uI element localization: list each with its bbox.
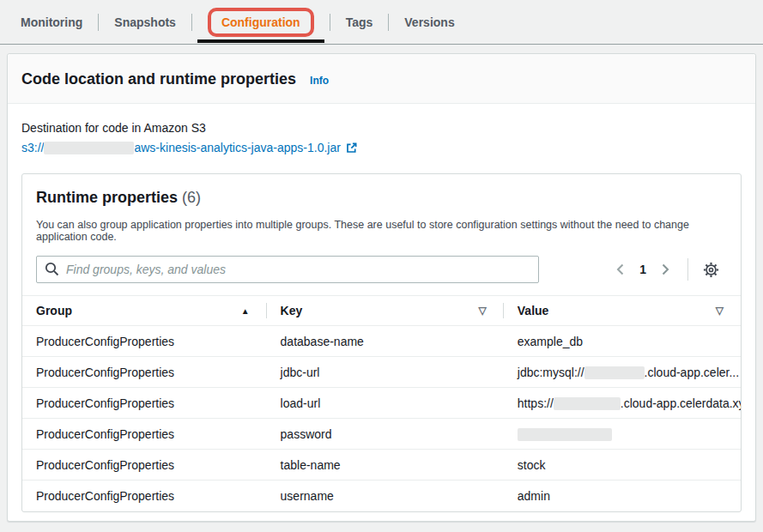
tab-bar: Monitoring Snapshots Configuration Tags … bbox=[0, 0, 763, 45]
pagination: 1 bbox=[610, 257, 727, 282]
runtime-count: (6) bbox=[182, 189, 201, 206]
runtime-header: Runtime properties (6) You can also grou… bbox=[22, 174, 741, 243]
redacted-value bbox=[518, 428, 612, 441]
key-cell: table-name bbox=[267, 450, 504, 481]
redacted-value bbox=[554, 397, 621, 410]
key-cell: username bbox=[267, 481, 504, 511]
value-cell: stock bbox=[504, 450, 741, 481]
column-header-group[interactable]: Group▲ bbox=[22, 296, 267, 326]
external-link-icon bbox=[345, 142, 358, 154]
settings-button[interactable] bbox=[699, 257, 724, 282]
search-box bbox=[36, 256, 539, 283]
table-row[interactable]: ProducerConfigProperties password bbox=[22, 419, 741, 450]
tab-label: Tags bbox=[346, 15, 373, 29]
tab-snapshots[interactable]: Snapshots bbox=[99, 0, 191, 45]
gear-icon bbox=[702, 261, 720, 279]
table-row[interactable]: ProducerConfigProperties database-name e… bbox=[22, 326, 741, 357]
key-cell: password bbox=[267, 419, 504, 450]
key-cell: database-name bbox=[267, 326, 504, 357]
value-cell bbox=[504, 419, 741, 450]
value-cell: https://.cloud-app.celerdata.xyz bbox=[504, 388, 741, 419]
value-cell: example_db bbox=[504, 326, 741, 357]
tab-versions[interactable]: Versions bbox=[389, 0, 469, 45]
key-cell: load-url bbox=[267, 388, 504, 419]
group-cell: ProducerConfigProperties bbox=[22, 388, 267, 419]
value-cell: admin bbox=[504, 481, 741, 511]
runtime-properties-table: Group▲ Key▽ Value▽ ProducerConfigPropert… bbox=[22, 295, 741, 511]
runtime-properties-panel: Runtime properties (6) You can also grou… bbox=[21, 173, 742, 512]
next-page-button[interactable] bbox=[655, 259, 675, 280]
info-link[interactable]: Info bbox=[310, 75, 329, 87]
chevron-right-icon bbox=[660, 263, 670, 276]
panel-title: Code location and runtime properties bbox=[21, 70, 296, 88]
s3-object-link[interactable]: s3://aws-kinesis-analytics-java-apps-1.0… bbox=[21, 141, 358, 154]
toolbar-divider bbox=[687, 258, 688, 281]
sort-ascending-icon[interactable]: ▲ bbox=[241, 306, 250, 316]
previous-page-button[interactable] bbox=[610, 259, 631, 280]
redacted-value bbox=[584, 366, 645, 379]
group-cell: ProducerConfigProperties bbox=[22, 357, 267, 388]
tab-label: Monitoring bbox=[21, 15, 82, 29]
tab-label: Versions bbox=[404, 15, 454, 29]
panel-body: Destination for code in Amazon S3 s3://a… bbox=[8, 104, 755, 526]
table-row[interactable]: ProducerConfigProperties load-url https:… bbox=[22, 388, 741, 419]
value-cell: jdbc:mysql://.cloud-app.celer... bbox=[504, 357, 741, 388]
column-header-key[interactable]: Key▽ bbox=[267, 296, 504, 326]
s3-link-suffix: aws-kinesis-analytics-java-apps-1.0.jar bbox=[134, 141, 340, 154]
group-cell: ProducerConfigProperties bbox=[22, 481, 267, 511]
tab-tags[interactable]: Tags bbox=[330, 0, 389, 45]
tab-configuration[interactable]: Configuration bbox=[192, 0, 330, 45]
chevron-left-icon bbox=[615, 263, 626, 276]
key-cell: jdbc-url bbox=[267, 357, 504, 388]
panel-header: Code location and runtime properties Inf… bbox=[8, 54, 755, 104]
code-location-panel: Code location and runtime properties Inf… bbox=[7, 53, 756, 522]
column-header-value[interactable]: Value▽ bbox=[504, 296, 741, 326]
current-page-number[interactable]: 1 bbox=[631, 263, 655, 276]
filter-icon[interactable]: ▽ bbox=[479, 305, 487, 317]
annotation-highlight-box: Configuration bbox=[208, 8, 314, 37]
tab-label: Snapshots bbox=[114, 15, 176, 29]
table-header-row: Group▲ Key▽ Value▽ bbox=[22, 296, 741, 326]
filter-icon[interactable]: ▽ bbox=[716, 305, 724, 317]
table-toolbar: 1 bbox=[22, 243, 741, 295]
group-cell: ProducerConfigProperties bbox=[22, 326, 267, 357]
s3-link-prefix: s3:// bbox=[21, 141, 44, 154]
tab-monitoring[interactable]: Monitoring bbox=[5, 0, 98, 45]
runtime-title: Runtime properties (6) bbox=[36, 189, 727, 207]
group-cell: ProducerConfigProperties bbox=[22, 419, 267, 450]
table-row[interactable]: ProducerConfigProperties table-name stoc… bbox=[22, 450, 741, 481]
destination-label: Destination for code in Amazon S3 bbox=[21, 121, 742, 135]
search-input[interactable] bbox=[36, 256, 539, 283]
redacted-bucket-name bbox=[44, 142, 134, 154]
group-cell: ProducerConfigProperties bbox=[22, 450, 267, 481]
table-row[interactable]: ProducerConfigProperties jdbc-url jdbc:m… bbox=[22, 357, 741, 388]
tab-label: Configuration bbox=[221, 15, 300, 29]
runtime-description: You can also group application propertie… bbox=[36, 219, 727, 243]
table-row[interactable]: ProducerConfigProperties username admin bbox=[22, 481, 741, 511]
